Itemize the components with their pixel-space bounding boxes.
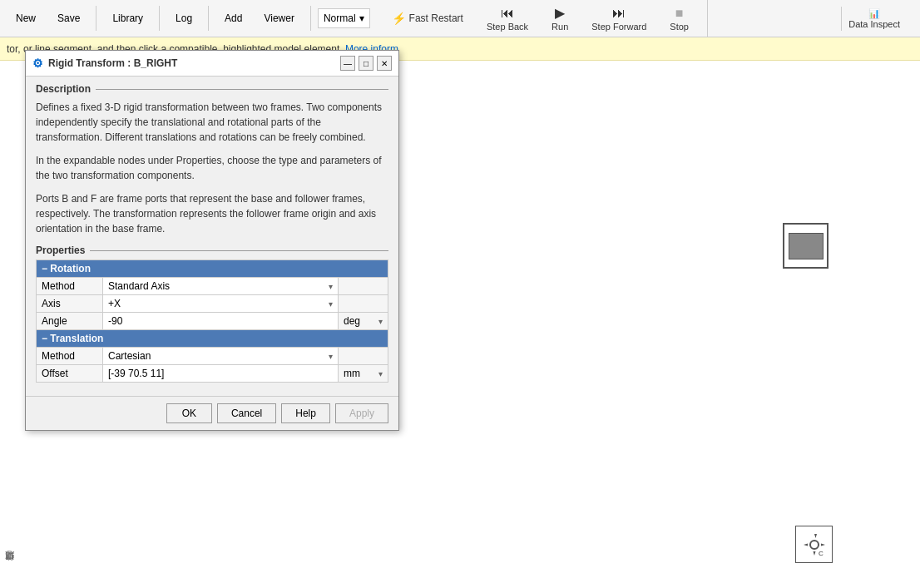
translation-offset-row: Offset mm ▾ [37,365,388,383]
rotation-method-value[interactable]: Standard Axis ▾ [103,278,339,295]
description-text-1: Defines a fixed 3-D rigid transformation… [36,100,388,145]
rotation-axis-row: Axis +X ▾ [37,295,388,313]
stop-button[interactable]: ■ Stop [665,4,694,33]
step-forward-button[interactable]: ⏭ Step Forward [586,4,651,33]
rotation-axis-dropdown-icon: ▾ [329,299,333,309]
properties-section: Properties − Rotation Method [36,245,388,383]
normal-dropdown-label: Normal [324,12,356,24]
rotation-group-row[interactable]: − Rotation [37,260,388,278]
translation-method-row: Method Cartesian ▾ [37,348,388,365]
simulate-section: ⚡ Fast Restart ⏮ Step Back ▶ Run ⏭ Step … [373,0,708,37]
viewer-button[interactable]: Viewer [255,6,303,31]
dialog-buttons: OK Cancel Help Apply [26,396,398,430]
step-back-label: Step Back [487,22,528,32]
step-forward-label: Step Forward [591,22,646,32]
rotation-expand-icon: − [42,263,47,274]
dialog-titlebar: ⚙ Rigid Transform : B_RIGHT — □ ✕ [26,51,398,77]
gear-block[interactable]: C [795,526,833,563]
dialog-minimize-button[interactable]: — [340,56,355,71]
translation-offset-input[interactable] [108,368,288,379]
dialog-rigid-transform: ⚙ Rigid Transform : B_RIGHT — □ ✕ Descri… [25,50,399,431]
ok-button[interactable]: OK [166,403,212,423]
step-back-icon: ⏮ [501,6,514,21]
rotation-angle-unit[interactable]: deg ▾ [339,313,388,330]
description-text-3: Ports B and F are frame ports that repre… [36,191,388,236]
dialog-title: Rigid Transform : B_RIGHT [48,57,335,69]
fast-restart-label: Fast Restart [409,12,463,24]
dialog-maximize-button[interactable]: □ [359,56,373,71]
run-button[interactable]: ▶ Run [547,3,573,33]
translation-method-dropdown-icon: ▾ [329,352,333,361]
data-inspect-label: Data Inspect [848,19,900,29]
rotation-angle-row: Angle deg ▾ [37,313,388,330]
data-inspect-icon: 📊 [868,8,880,19]
translation-expand-icon: − [42,333,47,344]
step-forward-icon: ⏭ [612,6,626,21]
translation-group-row[interactable]: − Translation [37,330,388,348]
stop-label: Stop [670,22,689,32]
apply-button[interactable]: Apply [335,403,388,423]
dropdown-chevron-icon: ▾ [359,12,364,24]
rotation-method-row: Method Standard Axis ▾ [37,278,388,295]
run-icon: ▶ [555,5,565,21]
translation-method-unit [339,348,388,365]
rotation-angle-input[interactable] [108,315,288,327]
translation-offset-label: Offset [37,365,103,383]
fast-restart-icon: ⚡ [392,12,406,25]
left-label: 详细信息 [0,565,19,571]
save-button[interactable]: Save [48,6,89,31]
data-inspect-button[interactable]: 📊 Data Inspect [841,7,907,31]
fast-restart-button[interactable]: ⚡ Fast Restart [387,10,468,27]
rotation-method-unit [339,278,388,295]
translation-offset-unit[interactable]: mm ▾ [339,365,388,383]
log-button[interactable]: Log [166,6,201,31]
rotation-method-label: Method [37,278,103,295]
help-button[interactable]: Help [281,403,330,423]
properties-header: Properties [36,245,388,256]
normal-dropdown[interactable]: Normal ▾ [318,8,370,28]
translation-offset-unit-dropdown-icon: ▾ [378,369,383,378]
dialog-icon: ⚙ [32,57,43,70]
svg-point-46 [810,541,819,549]
translation-method-value[interactable]: Cartesian ▾ [103,348,339,365]
step-back-button[interactable]: ⏮ Step Back [482,4,533,33]
add-button[interactable]: Add [215,6,251,31]
dialog-controls: — □ ✕ [340,56,392,71]
review-section: 📊 Data Inspect [834,0,913,37]
dialog-content: Description Defines a fixed 3-D rigid tr… [26,77,398,396]
rotation-angle-label: Angle [37,313,103,330]
library-button[interactable]: Library [103,6,152,31]
toolbar: New Save Library Log Add Viewer Normal ▾… [0,0,920,37]
description-header: Description [36,83,388,95]
new-button[interactable]: New [7,6,45,31]
svg-text:C: C [819,550,824,557]
display-block[interactable] [783,223,828,269]
description-text-2: In the expandable nodes under Properties… [36,153,388,183]
translation-offset-value[interactable] [103,365,339,383]
run-label: Run [552,22,568,32]
properties-table: − Rotation Method Standard Axis ▾ [36,259,388,383]
rotation-axis-label: Axis [37,295,103,313]
rotation-method-dropdown-icon: ▾ [329,282,333,291]
translation-group-label: Translation [50,333,103,344]
rotation-axis-unit [339,295,388,313]
cancel-button[interactable]: Cancel [217,403,276,423]
translation-method-label: Method [37,348,103,365]
rotation-group-label: Rotation [50,263,91,274]
stop-icon: ■ [675,6,684,21]
rotation-axis-value[interactable]: +X ▾ [103,295,339,313]
dialog-close-button[interactable]: ✕ [377,56,392,71]
canvas-area: tor, or line segment, and then click a c… [0,37,920,588]
rotation-angle-unit-dropdown-icon: ▾ [378,317,383,326]
rotation-angle-value[interactable] [103,313,339,330]
